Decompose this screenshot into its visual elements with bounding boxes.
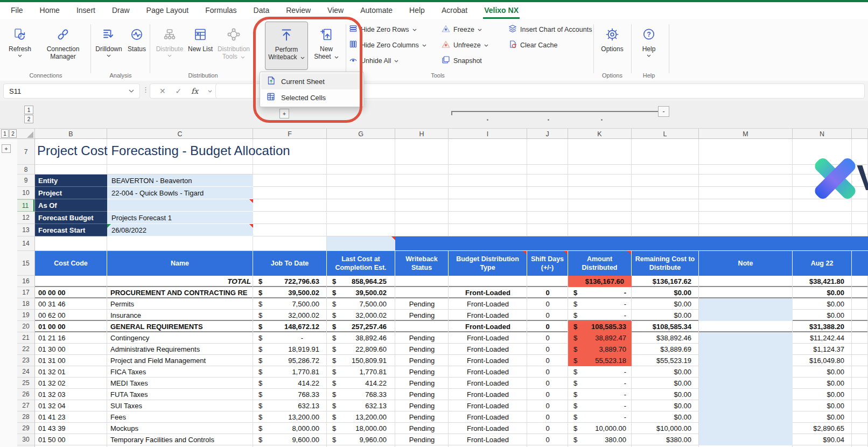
- cell-B-28[interactable]: 01 41 23: [35, 411, 107, 423]
- cell-L-28[interactable]: $0.00: [632, 411, 699, 423]
- cell-M-22[interactable]: [699, 344, 793, 355]
- cell-L-22[interactable]: $3,889.69: [632, 344, 699, 355]
- row-header-30[interactable]: 30: [17, 434, 34, 445]
- cell-N-24[interactable]: $0.00: [793, 366, 852, 378]
- cell-M-28[interactable]: [699, 411, 793, 423]
- cell-N-29[interactable]: $2,890.65: [793, 423, 852, 434]
- cell-N-18[interactable]: $0.00: [793, 298, 852, 310]
- cell-J-30[interactable]: 0: [527, 434, 568, 445]
- cell-C-25[interactable]: MEDI Taxes: [107, 378, 253, 389]
- cell-H-29[interactable]: Pending: [395, 423, 449, 434]
- cell-B-27[interactable]: 01 32 04: [35, 400, 107, 411]
- cell-N-26[interactable]: $0.00: [793, 389, 852, 400]
- drilldown-button[interactable]: Drilldown: [93, 22, 125, 70]
- cell-N-22[interactable]: $1,124.37: [793, 344, 852, 355]
- cell-B-22[interactable]: 01 30 00: [35, 344, 107, 355]
- cell-C-23[interactable]: Project and Field Management: [107, 355, 253, 366]
- cell-K-27[interactable]: $-: [568, 400, 632, 411]
- cell-K-23[interactable]: $55,523.18: [568, 355, 632, 366]
- column-header-J[interactable]: J: [527, 129, 568, 139]
- cell-H-28[interactable]: Pending: [395, 411, 449, 423]
- row-header-28[interactable]: 28: [17, 411, 34, 423]
- unhide-all-button[interactable]: Unhide All: [349, 54, 398, 67]
- cell-K-26[interactable]: $-: [568, 389, 632, 400]
- cell-F-30[interactable]: $9,600.00: [253, 434, 327, 445]
- cell-G-21[interactable]: $38,892.46: [327, 332, 395, 344]
- cell-B-29[interactable]: 01 43 39: [35, 423, 107, 434]
- cell-J-17[interactable]: 0: [527, 287, 568, 298]
- cell-K-21[interactable]: $38,892.47: [568, 332, 632, 344]
- cell-J-26[interactable]: 0: [527, 389, 568, 400]
- cell-J-24[interactable]: 0: [527, 366, 568, 378]
- distribution-tools-button[interactable]: Distribution Tools: [214, 22, 253, 70]
- cell-B-26[interactable]: 01 32 03: [35, 389, 107, 400]
- column-group-expand-button[interactable]: +: [279, 109, 289, 118]
- cell-H-23[interactable]: Pending: [395, 355, 449, 366]
- cell-K-25[interactable]: $-: [568, 378, 632, 389]
- info-value-13[interactable]: 26/08/2022: [107, 224, 253, 236]
- row-header-27[interactable]: 27: [17, 400, 34, 411]
- row-outline-level-2-button[interactable]: 2: [9, 129, 17, 138]
- cell-B-20[interactable]: 01 00 00: [35, 321, 107, 332]
- perform-writeback-button[interactable]: Perform Writeback: [265, 22, 308, 70]
- cell-G-24[interactable]: $1,770.81: [327, 366, 395, 378]
- cell-L-25[interactable]: $0.00: [632, 378, 699, 389]
- column-header-M[interactable]: M: [699, 129, 793, 139]
- cell-C-21[interactable]: Contingency: [107, 332, 253, 344]
- cell-K-20[interactable]: $108,585.33: [568, 321, 632, 332]
- cell-I-23[interactable]: Front-Loaded: [449, 355, 527, 366]
- cell-C-16[interactable]: TOTAL: [107, 276, 253, 287]
- table-header-remaining-cost-to-distribute[interactable]: Remaining Cost to Distribute: [632, 251, 699, 276]
- new-sheet-button[interactable]: New Sheet: [311, 22, 341, 70]
- cell-N-16[interactable]: $38,421.80: [793, 276, 852, 287]
- menu-tab-acrobat[interactable]: Acrobat: [440, 3, 468, 19]
- info-label-as-of[interactable]: As Of: [35, 199, 107, 212]
- insert-function-icon[interactable]: fx: [191, 87, 198, 95]
- cell-K-19[interactable]: $-: [568, 310, 632, 321]
- cancel-icon[interactable]: ✕: [159, 87, 166, 95]
- cell-G-28[interactable]: $13,200.00: [327, 411, 395, 423]
- cell-H-21[interactable]: Pending: [395, 332, 449, 344]
- menu-tab-page-layout[interactable]: Page Layout: [145, 3, 190, 19]
- cell-C-28[interactable]: Fees: [107, 411, 253, 423]
- cell-K-22[interactable]: $3,889.70: [568, 344, 632, 355]
- cell-J-18[interactable]: 0: [527, 298, 568, 310]
- cell-C-19[interactable]: Insurance: [107, 310, 253, 321]
- table-header-job-to-date[interactable]: Job To Date: [253, 251, 327, 276]
- column-header-partial[interactable]: [852, 129, 868, 139]
- cell-F-25[interactable]: $414.22: [253, 378, 327, 389]
- row-header-14[interactable]: 14: [17, 236, 34, 251]
- cell-N-30[interactable]: $90.04: [793, 434, 852, 445]
- cell-C-18[interactable]: Permits: [107, 298, 253, 310]
- cell-F-29[interactable]: $8,000.00: [253, 423, 327, 434]
- cell-H-27[interactable]: Pending: [395, 400, 449, 411]
- cell-M-27[interactable]: [699, 400, 793, 411]
- row-header-15[interactable]: 15: [17, 251, 34, 276]
- row-group-expand-button[interactable]: +: [2, 144, 11, 153]
- cell-J-20[interactable]: 0: [527, 321, 568, 332]
- cell-M-21[interactable]: [699, 332, 793, 344]
- cell-B-19[interactable]: 00 62 00: [35, 310, 107, 321]
- table-header-amount-distributed[interactable]: Amount Distributed: [568, 251, 632, 276]
- column-header-G[interactable]: G: [327, 129, 395, 139]
- cell-J-23[interactable]: 0: [527, 355, 568, 366]
- menu-tab-data[interactable]: Data: [253, 3, 271, 19]
- cell-F-16[interactable]: $722,796.63: [253, 276, 327, 287]
- info-value-10[interactable]: 22-004 - Quick Bowls - Tigard: [107, 187, 253, 199]
- column-header-K[interactable]: K: [568, 129, 632, 139]
- enter-icon[interactable]: ✓: [176, 87, 182, 95]
- cell-C-20[interactable]: GENERAL REQUIREMENTS: [107, 321, 253, 332]
- cell-K-30[interactable]: $380.00: [568, 434, 632, 445]
- row-header-22[interactable]: 22: [17, 344, 34, 355]
- cell-B-21[interactable]: 01 21 16: [35, 332, 107, 344]
- info-label-forecast-budget[interactable]: Forecast Budget: [35, 212, 107, 224]
- menu-tab-insert[interactable]: Insert: [75, 3, 96, 19]
- cell-B-18[interactable]: 00 31 46: [35, 298, 107, 310]
- cell-G-27[interactable]: $632.13: [327, 400, 395, 411]
- cell-F-19[interactable]: $32,000.02: [253, 310, 327, 321]
- row-header-23[interactable]: 23: [17, 355, 34, 366]
- cell-F-22[interactable]: $18,919.91: [253, 344, 327, 355]
- cell-I-24[interactable]: Front-Loaded: [449, 366, 527, 378]
- cell-G-16[interactable]: $858,964.25: [327, 276, 395, 287]
- cell-N-28[interactable]: $0.00: [793, 411, 852, 423]
